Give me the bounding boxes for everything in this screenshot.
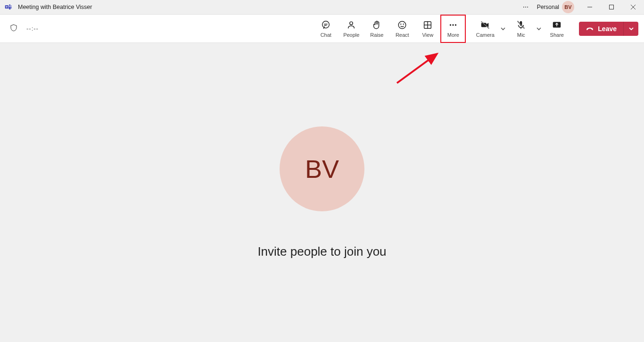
svg-point-16	[401, 24, 401, 25]
react-button[interactable]: React	[389, 15, 415, 43]
mic-label: Mic	[517, 32, 525, 38]
svg-text:T: T	[6, 6, 8, 8]
svg-point-17	[404, 24, 404, 25]
close-button[interactable]	[622, 0, 644, 15]
mic-off-icon	[515, 19, 527, 31]
chat-label: Chat	[321, 32, 331, 38]
camera-chevron-button[interactable]	[498, 15, 508, 43]
svg-point-3	[10, 5, 11, 6]
camera-button[interactable]: Camera	[472, 15, 498, 43]
annotation-arrow-icon	[392, 50, 444, 88]
meeting-toolbar: --:-- Chat People Raise React View More …	[0, 15, 644, 43]
view-grid-icon	[422, 19, 433, 31]
more-button[interactable]: More	[440, 15, 466, 43]
titlebar-right: Personal BV	[516, 0, 644, 14]
raise-hand-icon	[371, 19, 382, 31]
chat-button[interactable]: Chat	[313, 15, 339, 43]
meeting-timer: --:--	[26, 25, 39, 32]
people-label: People	[343, 32, 359, 38]
svg-point-6	[527, 7, 528, 8]
settings-more-button[interactable]	[516, 0, 535, 15]
share-label: Share	[550, 32, 564, 38]
svg-line-32	[397, 54, 437, 83]
minimize-button[interactable]	[579, 0, 601, 15]
svg-point-5	[525, 7, 526, 8]
leave-chevron-button[interactable]	[623, 22, 638, 36]
react-smile-icon	[396, 19, 408, 31]
privacy-shield-icon[interactable]	[9, 24, 18, 34]
svg-rect-8	[610, 5, 614, 9]
account-type-label: Personal	[537, 4, 559, 10]
svg-point-15	[399, 21, 406, 29]
raise-hand-button[interactable]: Raise	[364, 15, 389, 43]
svg-point-23	[455, 24, 456, 25]
leave-button[interactable]: Leave	[579, 22, 623, 36]
invite-heading: Invite people to join you	[257, 244, 386, 259]
leave-label: Leave	[598, 25, 617, 33]
window-title: Meeting with Beatrice Visser	[18, 4, 92, 10]
svg-point-4	[523, 7, 524, 8]
svg-point-11	[322, 21, 330, 28]
mic-button[interactable]: Mic	[508, 15, 534, 43]
svg-point-22	[453, 24, 454, 25]
more-label: More	[447, 32, 459, 38]
svg-point-21	[450, 24, 451, 25]
camera-label: Camera	[476, 32, 495, 38]
avatar-small[interactable]: BV	[562, 1, 574, 13]
svg-point-14	[350, 22, 353, 25]
maximize-button[interactable]	[601, 0, 622, 15]
view-label: View	[422, 32, 433, 38]
share-button[interactable]: Share	[544, 15, 570, 43]
mic-chevron-button[interactable]	[534, 15, 544, 43]
meeting-info: --:--	[9, 24, 39, 34]
share-screen-icon	[551, 19, 562, 31]
chat-icon	[320, 19, 331, 31]
participant-avatar: BV	[280, 126, 364, 211]
view-button[interactable]: View	[415, 15, 440, 43]
camera-off-icon	[479, 19, 491, 31]
teams-logo-icon: T	[5, 3, 12, 11]
react-label: React	[396, 32, 409, 38]
meeting-stage: BV Invite people to join you	[0, 43, 644, 342]
svg-point-2	[9, 4, 10, 6]
more-dots-icon	[447, 19, 459, 31]
titlebar: T Meeting with Beatrice Visser Personal …	[0, 0, 644, 15]
people-button[interactable]: People	[339, 15, 364, 43]
people-icon	[346, 19, 357, 31]
raise-label: Raise	[370, 32, 383, 38]
hangup-icon	[586, 25, 594, 33]
